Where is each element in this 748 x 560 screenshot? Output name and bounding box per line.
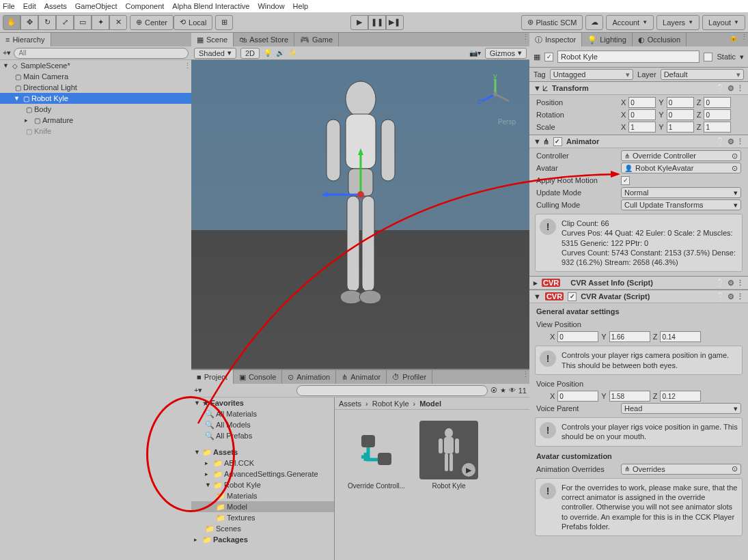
perspective-label[interactable]: Persp: [498, 118, 516, 126]
transform-tool-button[interactable]: ✦: [92, 15, 109, 30]
snap-button[interactable]: ⊞: [215, 15, 233, 30]
favorites-header[interactable]: ▼★ Favorites: [191, 397, 334, 408]
inspector-lock-icon[interactable]: 🔓 ⋮: [729, 33, 748, 46]
move-tool-button[interactable]: ✥: [20, 15, 38, 30]
static-checkbox[interactable]: [704, 53, 712, 61]
favorite-item[interactable]: 🔍 All Prefabs: [191, 430, 334, 441]
2d-toggle[interactable]: 2D: [240, 48, 260, 59]
panel-menu-icon[interactable]: ⋮: [522, 370, 529, 384]
step-button[interactable]: ▶❚: [386, 15, 404, 30]
fx-toggle-icon[interactable]: ✨: [288, 49, 296, 57]
play-button[interactable]: ▶: [350, 15, 368, 30]
account-dropdown[interactable]: Account▼: [606, 15, 654, 30]
object-name-field[interactable]: [557, 51, 699, 63]
search-filter-icon[interactable]: ⦿: [490, 387, 497, 394]
favorite-item[interactable]: 🔍 All Materials: [191, 408, 334, 419]
scene-row[interactable]: ▼◇SampleScene*⋮: [0, 60, 191, 71]
camera-icon[interactable]: 📷▾: [469, 49, 481, 57]
pos-y[interactable]: [667, 97, 694, 108]
pos-x[interactable]: [628, 97, 656, 108]
pivot-local-button[interactable]: ⟲Local: [174, 15, 212, 30]
breadcrumb-item[interactable]: Model: [419, 400, 441, 408]
menu-gameobject[interactable]: GameObject: [75, 2, 117, 10]
hierarchy-item-selected[interactable]: ▼▢Robot Kyle: [0, 93, 191, 104]
folder-item[interactable]: ▸📁 ABI.CCK: [191, 458, 334, 468]
asset-store-tab[interactable]: 🛍 Asset Store: [234, 33, 294, 46]
cloud-button[interactable]: ☁: [585, 15, 603, 30]
voice-y[interactable]: [609, 391, 650, 402]
hidden-icon[interactable]: 👁: [509, 387, 516, 394]
folder-item[interactable]: 📁 Scenes: [191, 523, 334, 534]
layer-dropdown[interactable]: Default▾: [661, 69, 744, 80]
tag-dropdown[interactable]: Untagged▾: [550, 69, 633, 80]
hierarchy-item[interactable]: ▢Directional Light: [0, 82, 191, 93]
rotate-tool-button[interactable]: ↻: [38, 15, 56, 30]
menu-file[interactable]: File: [3, 2, 15, 10]
console-tab[interactable]: ▣ Console: [234, 370, 282, 384]
transform-component-header[interactable]: ▼ ⟀ Transform❔ ⚙ ⋮: [529, 81, 748, 95]
pivot-center-button[interactable]: ⊕Center: [130, 15, 174, 30]
profiler-tab[interactable]: ⏱ Profiler: [387, 370, 432, 384]
root-motion-checkbox[interactable]: ✓: [621, 176, 630, 185]
pos-z[interactable]: [704, 97, 731, 108]
project-tab[interactable]: ■ Project: [191, 370, 234, 384]
hierarchy-item[interactable]: ▢Knife: [0, 126, 191, 137]
favorite-item[interactable]: 🔍 All Models: [191, 419, 334, 430]
hierarchy-tab[interactable]: ≡ Hierarchy: [0, 33, 51, 46]
scene-tab[interactable]: ▦ Scene: [191, 33, 234, 46]
scale-tool-button[interactable]: ⤢: [56, 15, 74, 30]
culling-dropdown[interactable]: Cull Update Transforms▾: [621, 199, 741, 210]
menu-help[interactable]: Help: [293, 2, 309, 10]
rot-z[interactable]: [704, 109, 731, 120]
scl-z[interactable]: [704, 122, 731, 132]
update-mode-dropdown[interactable]: Normal▾: [621, 187, 741, 198]
menu-assets[interactable]: Assets: [44, 2, 67, 10]
hierarchy-search-input[interactable]: [14, 48, 189, 59]
audio-toggle-icon[interactable]: 🔊: [276, 49, 284, 57]
occlusion-tab[interactable]: ◐ Occlusion: [633, 33, 687, 46]
tab-menu-icon[interactable]: ⋮: [522, 33, 529, 46]
lighting-toggle-icon[interactable]: 💡: [264, 49, 272, 57]
custom-tool-button[interactable]: ✕: [109, 15, 127, 30]
lighting-tab[interactable]: 💡 Lighting: [582, 33, 633, 46]
folder-item[interactable]: ▸📁 AdvancedSettings.Generate: [191, 468, 334, 479]
breadcrumb-item[interactable]: Assets: [339, 400, 361, 408]
hand-tool-button[interactable]: ✋: [3, 15, 20, 30]
project-create-dropdown[interactable]: +▾: [194, 386, 202, 395]
avatar-field[interactable]: 👤Robot KyleAvatar⊙: [621, 163, 741, 173]
folder-item[interactable]: ▼📁 Robot Kyle: [191, 479, 334, 490]
voice-z[interactable]: [660, 391, 701, 402]
voice-parent-dropdown[interactable]: Head▾: [621, 403, 741, 414]
rect-tool-button[interactable]: ▭: [74, 15, 92, 30]
cvr-avatar-header[interactable]: ▼ CVR ✓ CVR Avatar (Script)❔ ⚙ ⋮: [529, 290, 748, 303]
shading-mode-dropdown[interactable]: Shaded▾: [194, 48, 236, 59]
game-tab[interactable]: 🎮 Game: [294, 33, 339, 46]
controller-field[interactable]: ⋔Override Controller⊙: [621, 150, 741, 161]
orientation-gizmo[interactable]: yz: [475, 74, 516, 115]
favorite-icon[interactable]: ★: [500, 387, 506, 394]
voice-x[interactable]: [557, 391, 598, 402]
inspector-tab[interactable]: ⓘ Inspector: [529, 33, 582, 46]
rot-y[interactable]: [667, 109, 694, 120]
hierarchy-item[interactable]: ▢Main Camera: [0, 71, 191, 82]
scl-y[interactable]: [667, 122, 694, 132]
layout-dropdown[interactable]: Layout▼: [702, 15, 745, 30]
assets-header[interactable]: ▼📁 Assets: [191, 447, 334, 458]
animator-component-header[interactable]: ▼ ⋔ ✓ Animator❔ ⚙ ⋮: [529, 135, 748, 148]
folder-item-selected[interactable]: 📁 Model: [191, 501, 334, 512]
project-search-input[interactable]: [296, 385, 488, 396]
rot-x[interactable]: [628, 109, 656, 120]
overrides-field[interactable]: ⋔Overrides⊙: [621, 464, 741, 475]
view-y[interactable]: [609, 331, 650, 342]
plastic-scm-button[interactable]: ⊛Plastic SCM: [521, 15, 583, 30]
hierarchy-item[interactable]: ▸▢Armature: [0, 115, 191, 126]
animation-tab[interactable]: ⊙ Animation: [282, 370, 336, 384]
gizmos-dropdown[interactable]: Gizmos▾: [485, 48, 527, 59]
breadcrumb-item[interactable]: Robot Kyle: [372, 400, 409, 408]
animator-tab[interactable]: ⋔ Animator: [336, 370, 387, 384]
create-dropdown[interactable]: +▾: [3, 48, 11, 57]
hierarchy-item[interactable]: ▢Body: [0, 104, 191, 115]
play-preview-icon[interactable]: ▶: [462, 463, 475, 477]
menu-component[interactable]: Component: [125, 2, 164, 10]
scene-viewport[interactable]: yz Persp: [191, 60, 529, 369]
